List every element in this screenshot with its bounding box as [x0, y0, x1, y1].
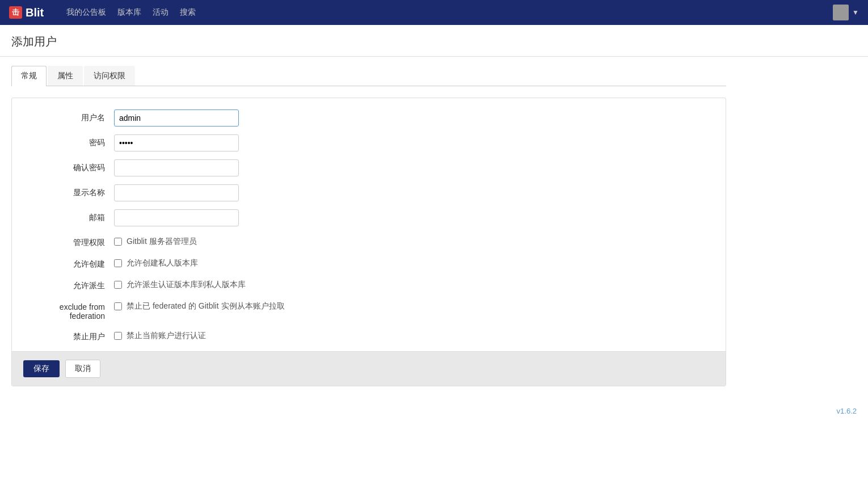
allow-fork-checkbox[interactable]	[114, 281, 122, 289]
cancel-button[interactable]: 取消	[65, 360, 100, 378]
display-name-label: 显示名称	[23, 184, 114, 198]
nav-activity[interactable]: 活动	[153, 7, 168, 18]
navbar-right: ▼	[833, 5, 859, 20]
admin-label: 管理权限	[23, 234, 114, 248]
email-row: 邮箱	[23, 209, 714, 226]
allow-fork-label: 允许派生	[23, 277, 114, 291]
nav-search[interactable]: 搜索	[180, 7, 196, 18]
nav-bulletin[interactable]: 我的公告板	[66, 7, 106, 18]
allow-fork-checkbox-label: 允许派生认证版本库到私人版本库	[127, 280, 246, 290]
password-label: 密码	[23, 134, 114, 148]
form-wrapper: 用户名 密码 确认密码 显示名称	[11, 98, 726, 386]
tab-access[interactable]: 访问权限	[84, 66, 135, 86]
exclude-federation-checkbox[interactable]	[114, 302, 122, 310]
navbar: 击 Blit 我的公告板 版本库 活动 搜索 ▼	[0, 0, 868, 25]
admin-checkbox[interactable]	[114, 238, 122, 246]
disable-user-checkbox[interactable]	[114, 332, 122, 340]
confirm-password-label: 确认密码	[23, 159, 114, 173]
confirm-password-row: 确认密码	[23, 159, 714, 176]
exclude-federation-row: exclude from federation 禁止已 federated 的 …	[23, 299, 714, 321]
admin-row: 管理权限 Gitblit 服务器管理员	[23, 234, 714, 248]
page-title: 添加用户	[11, 34, 857, 49]
tabs: 常规 属性 访问权限	[11, 66, 726, 86]
disable-user-label: 禁止用户	[23, 328, 114, 342]
email-input[interactable]	[114, 209, 239, 226]
allow-create-checkbox-row: 允许创建私人版本库	[114, 256, 198, 268]
allow-create-label: 允许创建	[23, 256, 114, 269]
username-row: 用户名	[23, 109, 714, 127]
page-footer: v1.6.2	[0, 395, 868, 427]
brand-name: Blit	[26, 6, 44, 19]
username-label: 用户名	[23, 109, 114, 123]
allow-fork-checkbox-row: 允许派生认证版本库到私人版本库	[114, 277, 246, 290]
form-inner: 用户名 密码 确认密码 显示名称	[12, 98, 726, 342]
brand-icon: 击	[9, 6, 22, 19]
password-row: 密码	[23, 134, 714, 151]
allow-fork-row: 允许派生 允许派生认证版本库到私人版本库	[23, 277, 714, 291]
allow-create-checkbox-label: 允许创建私人版本库	[127, 258, 198, 268]
allow-create-row: 允许创建 允许创建私人版本库	[23, 256, 714, 269]
user-dropdown-arrow[interactable]: ▼	[852, 9, 859, 16]
disable-user-checkbox-row: 禁止当前账户进行认证	[114, 328, 206, 341]
allow-create-checkbox[interactable]	[114, 259, 122, 267]
version-text: v1.6.2	[837, 407, 857, 415]
password-input[interactable]	[114, 134, 239, 151]
email-label: 邮箱	[23, 209, 114, 223]
tab-attributes[interactable]: 属性	[48, 66, 83, 86]
username-input[interactable]	[114, 109, 239, 127]
page-container: 添加用户 常规 属性 访问权限 用户名 密码	[0, 25, 868, 493]
tab-general[interactable]: 常规	[11, 66, 47, 86]
display-name-row: 显示名称	[23, 184, 714, 201]
navbar-links: 我的公告板 版本库 活动 搜索	[66, 7, 196, 18]
confirm-password-input[interactable]	[114, 159, 239, 176]
exclude-federation-checkbox-row: 禁止已 federated 的 Gitblit 实例从本账户拉取	[114, 299, 285, 311]
disable-user-checkbox-label: 禁止当前账户进行认证	[127, 331, 206, 341]
brand-logo[interactable]: 击 Blit	[9, 6, 44, 19]
content-area: 常规 属性 访问权限 用户名 密码 确认密码	[0, 57, 738, 395]
page-header: 添加用户	[0, 25, 868, 57]
avatar[interactable]	[833, 5, 849, 20]
admin-checkbox-label: Gitblit 服务器管理员	[127, 237, 197, 247]
disable-user-row: 禁止用户 禁止当前账户进行认证	[23, 328, 714, 342]
save-button[interactable]: 保存	[23, 360, 60, 377]
action-bar: 保存 取消	[12, 351, 726, 386]
nav-repositories[interactable]: 版本库	[117, 7, 141, 18]
display-name-input[interactable]	[114, 184, 239, 201]
exclude-federation-label: exclude from federation	[23, 299, 114, 321]
admin-checkbox-row: Gitblit 服务器管理员	[114, 234, 197, 247]
exclude-federation-checkbox-label: 禁止已 federated 的 Gitblit 实例从本账户拉取	[127, 301, 285, 311]
